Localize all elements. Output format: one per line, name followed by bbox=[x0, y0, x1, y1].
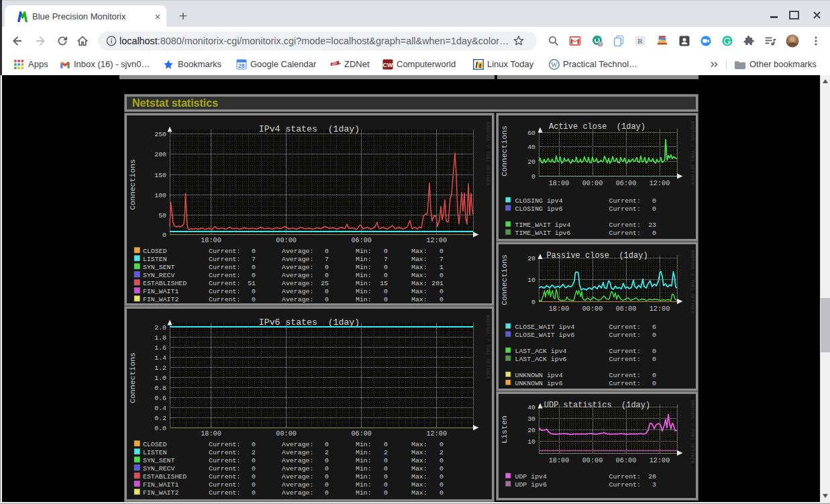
svg-text:Max:: Max: bbox=[411, 272, 427, 279]
svg-text:0: 0 bbox=[439, 489, 444, 497]
svg-text:0: 0 bbox=[384, 288, 388, 295]
svg-text:0: 0 bbox=[252, 248, 256, 255]
svg-text:0: 0 bbox=[652, 372, 656, 379]
svg-text:0: 0 bbox=[252, 441, 256, 448]
svg-text:00:00: 00:00 bbox=[276, 430, 297, 438]
svg-text:Min:: Min: bbox=[356, 489, 372, 497]
svg-text:7: 7 bbox=[325, 256, 329, 263]
svg-text:20: 20 bbox=[527, 255, 535, 262]
svg-text:SYN_RECV: SYN_RECV bbox=[143, 272, 174, 279]
svg-text:Current:: Current: bbox=[609, 221, 641, 229]
svg-text:Average:: Average: bbox=[282, 457, 313, 464]
svg-text:0: 0 bbox=[439, 296, 444, 303]
svg-text:0: 0 bbox=[652, 205, 656, 213]
svg-text:0: 0 bbox=[325, 272, 329, 279]
svg-text:Current:: Current: bbox=[609, 348, 641, 355]
svg-text:Max:: Max: bbox=[411, 441, 427, 448]
svg-text:0: 0 bbox=[652, 230, 656, 237]
svg-text:0: 0 bbox=[439, 465, 444, 472]
svg-text:Current:: Current: bbox=[209, 288, 240, 295]
svg-text:FIN_WAIT1: FIN_WAIT1 bbox=[143, 481, 178, 489]
svg-text:18:00: 18:00 bbox=[549, 305, 570, 313]
svg-text:0: 0 bbox=[652, 356, 656, 363]
svg-text:RRDTOOL / TOBI OETIKER: RRDTOOL / TOBI OETIKER bbox=[485, 122, 490, 187]
svg-text:30: 30 bbox=[527, 415, 535, 423]
svg-text:250: 250 bbox=[154, 131, 166, 138]
svg-text:LAST_ACK ipv6: LAST_ACK ipv6 bbox=[515, 356, 567, 363]
svg-text:0: 0 bbox=[325, 296, 329, 303]
svg-text:Average:: Average: bbox=[282, 272, 313, 279]
svg-text:ESTABLISHED: ESTABLISHED bbox=[143, 280, 187, 287]
svg-text:Max:: Max: bbox=[411, 296, 427, 303]
svg-text:25: 25 bbox=[321, 280, 329, 287]
svg-text:0: 0 bbox=[652, 197, 656, 205]
svg-text:Min:: Min: bbox=[356, 256, 372, 263]
svg-text:Current:: Current: bbox=[609, 380, 641, 387]
svg-text:2: 2 bbox=[252, 449, 256, 456]
svg-text:Min:: Min: bbox=[356, 457, 372, 464]
svg-text:UDP ipv6: UDP ipv6 bbox=[515, 481, 547, 489]
svg-text:1.2: 1.2 bbox=[154, 364, 166, 372]
svg-text:1.8: 1.8 bbox=[154, 334, 166, 342]
svg-text:Average:: Average: bbox=[282, 296, 313, 303]
svg-text:18:00: 18:00 bbox=[549, 457, 570, 464]
svg-text:Average:: Average: bbox=[282, 481, 313, 489]
svg-text:10: 10 bbox=[527, 276, 535, 284]
svg-text:UDP statistics (1day): UDP statistics (1day) bbox=[544, 401, 650, 410]
svg-text:0: 0 bbox=[652, 332, 656, 339]
svg-text:0: 0 bbox=[252, 473, 256, 481]
svg-text:CLOSED: CLOSED bbox=[143, 248, 167, 255]
svg-text:Max:: Max: bbox=[411, 264, 427, 271]
svg-text:7: 7 bbox=[252, 256, 256, 263]
svg-text:18:00: 18:00 bbox=[201, 430, 221, 438]
svg-text:0: 0 bbox=[162, 232, 166, 239]
svg-text:0: 0 bbox=[652, 380, 656, 387]
svg-text:LISTEN: LISTEN bbox=[143, 256, 167, 263]
svg-text:0: 0 bbox=[325, 473, 329, 481]
svg-text:CW: CW bbox=[383, 62, 393, 68]
svg-text:20: 20 bbox=[527, 158, 535, 166]
svg-text:Current:: Current: bbox=[209, 264, 240, 271]
svg-text:Current:: Current: bbox=[209, 449, 240, 456]
svg-text:0: 0 bbox=[384, 441, 388, 448]
svg-text:Current:: Current: bbox=[209, 473, 240, 481]
svg-text:12:00: 12:00 bbox=[650, 180, 670, 187]
svg-text:2: 2 bbox=[439, 449, 444, 456]
svg-text:Current:: Current: bbox=[209, 457, 240, 464]
svg-text:Average:: Average: bbox=[282, 473, 313, 481]
svg-text:40: 40 bbox=[527, 144, 535, 151]
svg-text:20: 20 bbox=[648, 473, 656, 481]
svg-text:Average:: Average: bbox=[282, 280, 313, 287]
svg-text:06:00: 06:00 bbox=[351, 430, 372, 438]
svg-text:RRDTOOL / TOBI OETIKER: RRDTOOL / TOBI OETIKER bbox=[690, 250, 695, 315]
svg-text:Current:: Current: bbox=[209, 489, 240, 497]
svg-text:0: 0 bbox=[325, 288, 329, 295]
svg-text:Min:: Min: bbox=[356, 248, 372, 255]
svg-text:SYN_SENT: SYN_SENT bbox=[143, 457, 174, 464]
svg-text:UDP ipv4: UDP ipv4 bbox=[515, 473, 547, 481]
svg-text:Passive close (1day): Passive close (1day) bbox=[546, 251, 647, 260]
svg-text:0.4: 0.4 bbox=[154, 405, 166, 412]
svg-text:CLOSING ipv4: CLOSING ipv4 bbox=[515, 197, 563, 205]
svg-text:60: 60 bbox=[527, 130, 535, 137]
svg-text:Max:: Max: bbox=[411, 465, 427, 472]
svg-text:0: 0 bbox=[252, 457, 256, 464]
svg-text:LAST_ACK ipv4: LAST_ACK ipv4 bbox=[515, 348, 567, 355]
svg-text:23: 23 bbox=[648, 221, 656, 229]
svg-text:Current:: Current: bbox=[209, 465, 240, 472]
svg-text:201: 201 bbox=[431, 280, 444, 287]
svg-text:Min:: Min: bbox=[356, 296, 372, 303]
svg-text:Min:: Min: bbox=[356, 280, 372, 287]
svg-text:0.2: 0.2 bbox=[154, 415, 166, 422]
svg-text:0: 0 bbox=[384, 473, 388, 481]
svg-text:Current:: Current: bbox=[609, 481, 641, 489]
svg-text:ESTABLISHED: ESTABLISHED bbox=[143, 473, 187, 481]
svg-text:12:00: 12:00 bbox=[650, 457, 670, 464]
svg-text:00:00: 00:00 bbox=[582, 180, 603, 187]
svg-text:Max:: Max: bbox=[411, 256, 427, 263]
svg-text:0: 0 bbox=[325, 481, 329, 489]
svg-text:0: 0 bbox=[531, 299, 535, 306]
svg-text:Min:: Min: bbox=[356, 288, 372, 295]
svg-text:0: 0 bbox=[384, 457, 388, 464]
svg-text:00:00: 00:00 bbox=[582, 457, 603, 464]
